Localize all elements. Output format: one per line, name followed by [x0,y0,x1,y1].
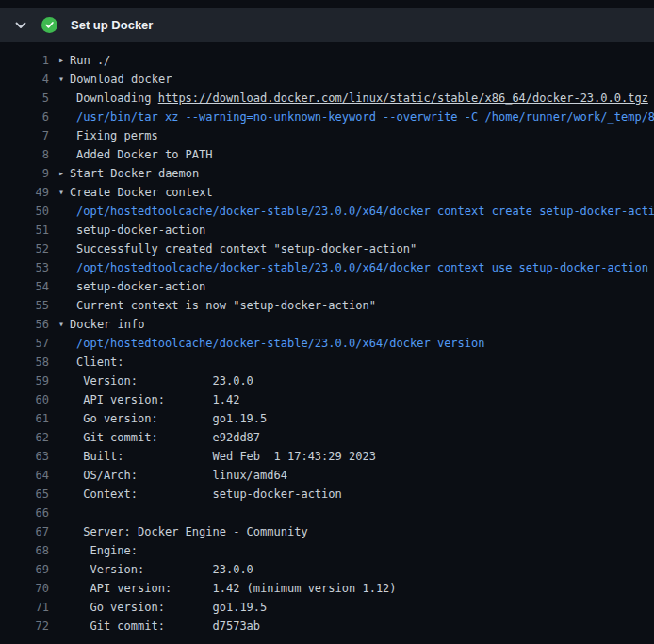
toggle-spacer [58,296,70,315]
expand-toggle-icon[interactable]: ▸ [58,51,70,70]
toggle-spacer [58,428,70,447]
line-number[interactable]: 57 [0,334,49,353]
log-segment: Version: 23.0.0 [76,374,253,388]
toggle-spacer [58,617,70,636]
line-number[interactable]: 56 [0,315,49,334]
line-number[interactable]: 72 [0,617,49,636]
line-number[interactable]: 60 [0,390,49,409]
log-line: 59 Version: 23.0.0 [0,372,654,390]
log-line: 67 Server: Docker Engine - Community [0,522,654,541]
log-segment: Successfully created context "setup-dock… [76,242,417,256]
log-link[interactable]: https://download.docker.com/linux/static… [158,91,648,105]
toggle-spacer [58,504,70,522]
line-number[interactable]: 59 [0,372,49,390]
line-number[interactable]: 67 [0,522,49,541]
line-number[interactable]: 51 [0,221,49,239]
log-container: 1▸Run ./4▾Download docker5Downloading ht… [0,42,654,636]
log-line: 4▾Download docker [0,70,654,89]
log-segment: Added Docker to PATH [76,148,213,161]
log-line: 63 Built: Wed Feb 1 17:43:29 2023 [0,447,654,466]
log-line: 1▸Run ./ [0,51,654,70]
expand-toggle-icon[interactable]: ▸ [58,164,70,183]
chevron-down-icon[interactable] [13,18,28,33]
line-number[interactable]: 4 [0,70,49,89]
log-segment: Engine: [76,544,138,557]
line-number[interactable]: 55 [0,296,49,315]
success-status-icon [41,17,57,33]
line-number[interactable]: 49 [0,183,49,202]
log-line: 7Fixing perms [0,126,654,145]
log-line: 72 Git commit: d7573ab [0,617,654,636]
line-number[interactable]: 7 [0,126,49,145]
log-segment: setup-docker-action [76,280,205,293]
line-number[interactable]: 53 [0,258,49,277]
line-number[interactable]: 1 [0,51,49,70]
log-segment: Git commit: d7573ab [76,619,260,633]
log-text: Go version: go1.19.5 [70,409,267,428]
log-line: 8Added Docker to PATH [0,145,654,164]
log-text: setup-docker-action [70,277,205,296]
toggle-spacer [58,277,70,296]
line-number[interactable]: 63 [0,447,49,466]
line-number[interactable]: 54 [0,277,49,296]
toggle-spacer [58,485,70,504]
line-number[interactable]: 58 [0,353,49,372]
log-line: 54setup-docker-action [0,277,654,296]
log-text: Current context is now "setup-docker-act… [70,296,376,315]
log-segment: /opt/hostedtoolcache/docker-stable/23.0.… [76,261,648,274]
line-number[interactable]: 50 [0,202,49,221]
log-text: Engine: [70,541,138,560]
log-line: 49▾Create Docker context [0,183,654,202]
line-number[interactable]: 61 [0,409,49,428]
line-number[interactable]: 6 [0,107,49,126]
log-segment: Downloading [76,91,158,105]
line-number[interactable]: 64 [0,466,49,485]
log-segment: Current context is now "setup-docker-act… [76,299,376,312]
line-number[interactable]: 62 [0,428,49,447]
line-number[interactable]: 68 [0,541,49,560]
log-line: 51setup-docker-action [0,221,654,239]
log-line: 57/opt/hostedtoolcache/docker-stable/23.… [0,334,654,353]
log-segment: Docker info [70,318,144,331]
log-text: Run ./ [70,51,110,70]
log-text: Server: Docker Engine - Community [70,522,308,541]
log-segment: Go version: go1.19.5 [76,601,267,614]
log-text: setup-docker-action [70,221,205,239]
toggle-spacer [58,541,70,560]
log-line: 50/opt/hostedtoolcache/docker-stable/23.… [0,202,654,221]
line-number[interactable]: 8 [0,145,49,164]
log-line: 9▸Start Docker daemon [0,164,654,183]
log-line: 58Client: [0,353,654,372]
line-number[interactable]: 70 [0,579,49,598]
log-segment: API version: 1.42 (minimum version 1.12) [76,582,397,595]
line-number[interactable]: 9 [0,164,49,183]
log-segment: /usr/bin/tar xz --warning=no-unknown-key… [76,110,654,124]
log-text: Create Docker context [70,183,213,202]
collapse-toggle-icon[interactable]: ▾ [58,70,70,89]
log-segment: Server: Docker Engine - Community [76,525,308,538]
line-number[interactable]: 52 [0,239,49,258]
collapse-toggle-icon[interactable]: ▾ [58,183,70,202]
step-header[interactable]: Set up Docker [0,8,654,42]
toggle-spacer [58,145,70,164]
log-segment: Run ./ [70,54,110,67]
toggle-spacer [58,447,70,466]
line-number[interactable]: 65 [0,485,49,504]
log-line: 53/opt/hostedtoolcache/docker-stable/23.… [0,258,654,277]
log-line: 71 Go version: go1.19.5 [0,598,654,617]
log-text: Fixing perms [70,126,158,145]
log-line: 70 API version: 1.42 (minimum version 1.… [0,579,654,598]
line-number[interactable]: 69 [0,560,49,579]
collapse-toggle-icon[interactable]: ▾ [58,315,70,334]
log-line: 52Successfully created context "setup-do… [0,239,654,258]
log-text: Start Docker daemon [70,164,199,183]
toggle-spacer [58,522,70,541]
log-segment: Download docker [70,73,172,86]
line-number[interactable]: 5 [0,89,49,107]
line-number[interactable]: 66 [0,504,49,522]
line-number[interactable]: 71 [0,598,49,617]
toggle-spacer [58,202,70,221]
toggle-spacer [58,126,70,145]
log-line: 55Current context is now "setup-docker-a… [0,296,654,315]
log-segment: setup-docker-action [76,223,205,237]
